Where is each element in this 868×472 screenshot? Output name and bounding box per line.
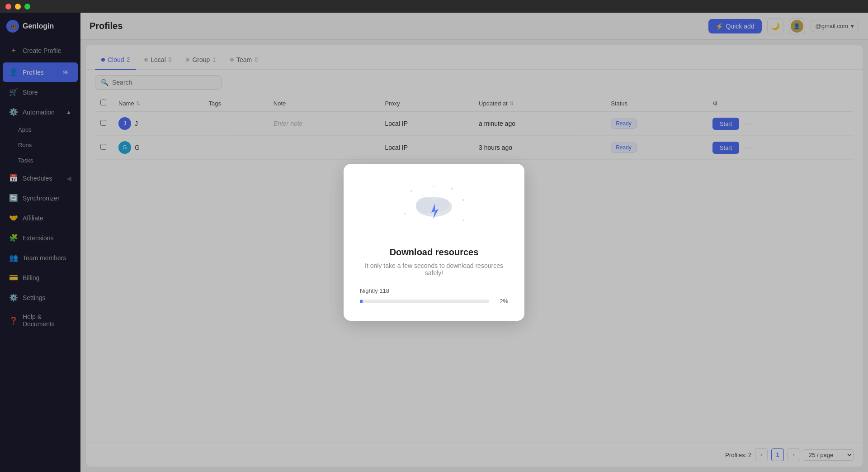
progress-bar-track	[360, 300, 489, 303]
progress-bar-fill	[360, 300, 363, 303]
svg-point-4	[462, 219, 464, 221]
modal-subtitle: It only take a few seconds to download r…	[360, 262, 508, 277]
close-button[interactable]	[5, 4, 11, 10]
modal-title: Download resources	[390, 247, 479, 257]
cloud-illustration-svg	[398, 182, 470, 236]
modal-overlay: Download resources It only take a few se…	[0, 13, 868, 472]
maximize-button[interactable]	[24, 4, 30, 10]
modal-illustration	[398, 182, 470, 236]
svg-point-6	[422, 195, 424, 196]
svg-point-5	[434, 186, 435, 187]
svg-point-3	[404, 213, 406, 215]
titlebar	[0, 0, 868, 13]
progress-label: Nightly 118	[360, 287, 508, 294]
minimize-button[interactable]	[15, 4, 21, 10]
svg-point-1	[451, 188, 453, 190]
svg-point-10	[433, 198, 449, 211]
progress-row: 2%	[360, 298, 508, 305]
progress-section: Nightly 118 2%	[360, 287, 508, 305]
svg-point-0	[410, 190, 412, 192]
progress-percent-label: 2%	[494, 298, 508, 305]
svg-point-2	[462, 199, 464, 201]
download-resources-modal: Download resources It only take a few se…	[344, 164, 524, 321]
